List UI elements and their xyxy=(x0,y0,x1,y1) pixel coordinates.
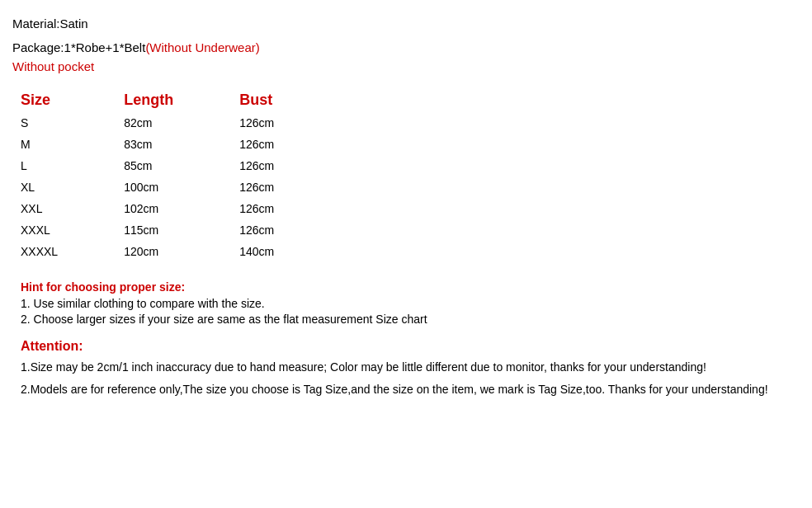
table-cell-length: 115cm xyxy=(124,219,239,241)
attention-item-1: 1.Size may be 2cm/1 inch inaccuracy due … xyxy=(21,359,800,376)
table-cell-size: XL xyxy=(21,176,124,198)
package-prefix: Package:1*Robe+1*Belt xyxy=(12,40,145,54)
table-cell-bust: 126cm xyxy=(239,176,340,198)
table-row: S82cm126cm xyxy=(21,112,340,134)
table-row: M83cm126cm xyxy=(21,134,340,155)
table-cell-size: L xyxy=(21,155,124,176)
col-header-length: Length xyxy=(124,88,239,112)
col-header-size: Size xyxy=(21,88,124,112)
table-row: XL100cm126cm xyxy=(21,176,340,198)
table-cell-bust: 126cm xyxy=(239,198,340,219)
table-cell-bust: 126cm xyxy=(239,112,340,134)
table-cell-length: 100cm xyxy=(124,176,239,198)
table-row: XXXL115cm126cm xyxy=(21,219,340,241)
table-cell-length: 82cm xyxy=(124,112,239,134)
hint-item-2: 2. Choose larger sizes if your size are … xyxy=(21,313,800,326)
material-line: Material:Satin xyxy=(12,16,800,31)
col-header-bust: Bust xyxy=(239,88,340,112)
table-cell-length: 120cm xyxy=(124,241,239,262)
table-row: XXXXL120cm140cm xyxy=(21,241,340,262)
table-cell-bust: 126cm xyxy=(239,219,340,241)
table-cell-size: M xyxy=(21,134,124,155)
table-cell-bust: 126cm xyxy=(239,155,340,176)
hint-section: Hint for choosing proper size: 1. Use si… xyxy=(21,280,800,326)
table-cell-size: XXXXL xyxy=(21,241,124,262)
table-cell-bust: 140cm xyxy=(239,241,340,262)
package-highlight: (Without Underwear) xyxy=(145,40,259,54)
table-row: L85cm126cm xyxy=(21,155,340,176)
attention-item-2: 2.Models are for reference only,The size… xyxy=(21,381,800,398)
table-cell-size: XXL xyxy=(21,198,124,219)
table-cell-length: 102cm xyxy=(124,198,239,219)
size-table-section: Size Length Bust S82cm126cmM83cm126cmL85… xyxy=(21,88,800,262)
hint-title: Hint for choosing proper size: xyxy=(21,280,800,294)
material-text: Material:Satin xyxy=(12,16,88,31)
without-pocket: Without pocket xyxy=(12,59,800,73)
table-cell-bust: 126cm xyxy=(239,134,340,155)
table-cell-size: S xyxy=(21,112,124,134)
table-cell-length: 83cm xyxy=(124,134,239,155)
package-line: Package:1*Robe+1*Belt(Without Underwear) xyxy=(12,40,800,54)
table-row: XXL102cm126cm xyxy=(21,198,340,219)
hint-item-1: 1. Use similar clothing to compare with … xyxy=(21,297,800,310)
table-cell-length: 85cm xyxy=(124,155,239,176)
attention-section: Attention: 1.Size may be 2cm/1 inch inac… xyxy=(21,339,800,398)
attention-title: Attention: xyxy=(21,339,800,354)
table-cell-size: XXXL xyxy=(21,219,124,241)
